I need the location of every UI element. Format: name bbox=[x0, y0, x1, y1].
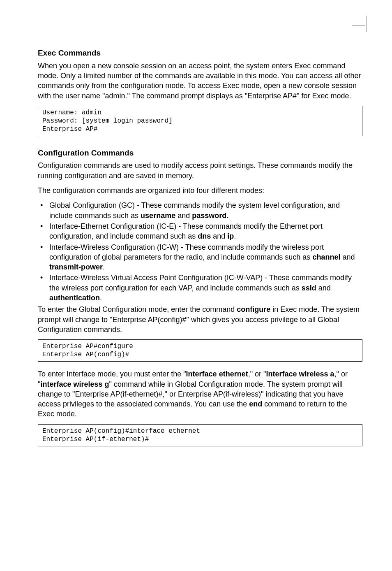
bullet-text: Interface-Wireless Configuration (IC-W) … bbox=[49, 243, 324, 261]
list-item: Global Configuration (GC) - These comman… bbox=[38, 200, 362, 221]
cmd-configure: configure bbox=[237, 305, 270, 313]
config-modes-lead: The configuration commands are organized… bbox=[38, 186, 362, 195]
code-interface-ethernet: Enterprise AP(config)#interface ethernet… bbox=[38, 424, 362, 446]
heading-exec-commands: Exec Commands bbox=[38, 48, 362, 58]
para-text: To enter the Global Configuration mode, … bbox=[38, 305, 237, 313]
enter-global-config-paragraph: To enter the Global Configuration mode, … bbox=[38, 304, 362, 334]
code-configure: Enterprise AP#configure Enterprise AP(co… bbox=[38, 339, 362, 362]
cmd-channel: channel bbox=[312, 253, 340, 261]
cmd-interface-wireless-g: interface wireless g bbox=[40, 380, 109, 388]
config-modes-list: Global Configuration (GC) - These comman… bbox=[38, 200, 362, 303]
bullet-text: . bbox=[100, 294, 102, 302]
list-item: Interface-Ethernet Configuration (IC-E) … bbox=[38, 221, 362, 241]
list-item: Interface-Wireless Virtual Access Point … bbox=[38, 273, 362, 303]
bullet-text: . bbox=[226, 211, 228, 220]
list-item: Interface-Wireless Configuration (IC-W) … bbox=[38, 242, 362, 272]
cmd-interface-ethernet: interface ethernet bbox=[186, 370, 248, 378]
cmd-dns: dns bbox=[198, 232, 211, 240]
enter-interface-mode-paragraph: To enter Interface mode, you must enter … bbox=[38, 369, 362, 419]
cmd-authentication: authentication bbox=[49, 294, 100, 302]
cmd-username: username bbox=[141, 211, 175, 220]
cmd-transmit-power: transmit-power bbox=[49, 263, 103, 271]
bullet-text: and bbox=[211, 232, 227, 240]
cmd-ip: ip bbox=[227, 232, 234, 240]
crop-mark bbox=[357, 16, 380, 39]
bullet-text: . bbox=[103, 263, 105, 271]
heading-configuration-commands: Configuration Commands bbox=[38, 148, 362, 158]
cmd-password: password bbox=[192, 211, 226, 220]
page-content: Exec Commands When you open a new consol… bbox=[0, 0, 392, 491]
code-exec-login: Username: admin Password: [system login … bbox=[38, 106, 362, 136]
bullet-text: . bbox=[234, 232, 236, 240]
exec-intro-paragraph: When you open a new console session on a… bbox=[38, 61, 362, 101]
config-intro-paragraph: Configuration commands are used to modif… bbox=[38, 160, 362, 181]
bullet-text: Interface-Ethernet Configuration (IC-E) … bbox=[49, 222, 323, 240]
para-text: To enter Interface mode, you must enter … bbox=[38, 370, 186, 378]
bullet-text: and bbox=[316, 284, 331, 292]
bullet-text: and bbox=[340, 253, 355, 261]
cmd-end: end bbox=[249, 400, 262, 408]
cmd-interface-wireless-a: interface wireless a bbox=[266, 370, 334, 378]
cmd-ssid: ssid bbox=[302, 284, 316, 292]
para-text: ," or " bbox=[248, 370, 266, 378]
bullet-text: and bbox=[175, 211, 192, 220]
